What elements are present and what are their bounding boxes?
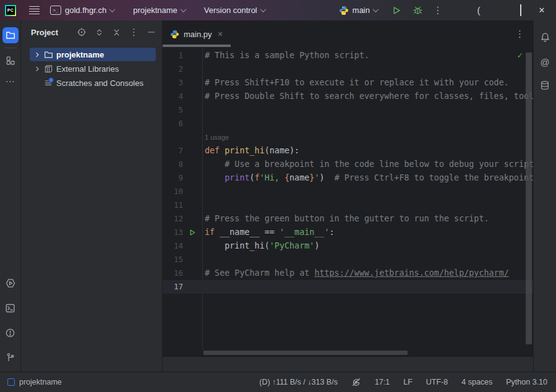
code-line[interactable]: 17 [163, 280, 533, 294]
pycharm-logo-icon: PC [5, 5, 16, 16]
window-shade-button[interactable]: ( [468, 5, 489, 15]
code-line[interactable]: 11 [163, 198, 533, 212]
code-text: if __name__ == '__main__': [202, 226, 335, 239]
right-tool-stripe: @ [533, 20, 556, 372]
chevron-down-icon [109, 6, 116, 12]
gutter [183, 130, 202, 144]
branch-name: main [353, 6, 370, 15]
project-selector[interactable]: projektname [133, 6, 186, 15]
problems-tool-icon[interactable] [2, 325, 19, 341]
remote-host-icon: >_ [50, 6, 61, 15]
run-config-selector[interactable]: main [339, 6, 378, 15]
gutter [183, 280, 202, 294]
highlighting-level-icon[interactable] [351, 377, 361, 387]
version-control-tool-icon[interactable] [2, 349, 19, 365]
panel-options-icon[interactable]: ⋮ [129, 27, 139, 38]
structure-tool-icon[interactable] [2, 53, 19, 69]
code-line[interactable]: 3# Press Shift+F10 to execute it or repl… [163, 76, 533, 90]
vertical-scrollbar[interactable] [526, 53, 532, 344]
code-editor[interactable]: 1# This is a sample Python script.23# Pr… [163, 48, 533, 356]
code-text: # Press Shift+F10 to execute it or repla… [202, 76, 509, 90]
code-line[interactable]: 14 print_hi('PyCharm') [163, 239, 533, 253]
code-line[interactable]: 2 [163, 62, 533, 76]
locate-file-icon[interactable] [77, 27, 87, 37]
code-line[interactable]: 4# Press Double Shift to search everywhe… [163, 90, 533, 103]
line-number: 10 [163, 185, 183, 198]
terminal-tool-icon[interactable] [2, 300, 19, 316]
main-menu-icon[interactable] [29, 6, 40, 15]
editor-options-icon[interactable]: ⋮ [515, 28, 524, 40]
tree-item-projektname[interactable]: projektname [30, 48, 156, 61]
chevron-down-icon [373, 6, 379, 12]
code-line[interactable]: 13if __name__ == '__main__': [163, 226, 533, 239]
line-separator[interactable]: LF [403, 378, 413, 386]
debug-button[interactable] [413, 5, 423, 15]
line-number: 11 [163, 198, 183, 212]
code-line[interactable]: 16# See PyCharm help at https://www.jetb… [163, 266, 533, 280]
gutter [183, 76, 202, 90]
hide-panel-icon[interactable] [147, 28, 156, 36]
code-text: def print_hi(name): [202, 144, 299, 158]
status-project-widget[interactable]: projektname [7, 378, 62, 386]
code-line[interactable]: 7def print_hi(name): [163, 144, 533, 158]
title-bar: PC >_ gold.fhgr.ch projektname Version c… [0, 0, 556, 20]
window-maximize-button[interactable] [510, 5, 531, 15]
more-actions-icon[interactable]: ⋮ [433, 4, 443, 16]
vcs-widget[interactable]: Version control [204, 6, 265, 15]
line-number: 3 [163, 76, 183, 90]
code-line[interactable]: 8 # Use a breakpoint in the code line be… [163, 158, 533, 171]
chevron-right-icon[interactable] [32, 66, 42, 72]
inspection-ok-icon[interactable]: ✓ [518, 50, 523, 60]
project-tool-icon[interactable] [2, 27, 19, 43]
database-icon[interactable] [537, 77, 553, 93]
services-tool-icon[interactable] [2, 275, 19, 291]
code-text [202, 62, 205, 76]
run-gutter-icon[interactable] [183, 226, 202, 239]
code-text [202, 253, 205, 266]
expand-all-icon[interactable] [95, 28, 104, 37]
line-number: 7 [163, 144, 183, 158]
gutter [183, 103, 202, 117]
code-text [202, 103, 205, 117]
line-number: 17 [163, 280, 183, 294]
usage-inlay-hint[interactable]: 1 usage [205, 134, 229, 141]
gutter [183, 62, 202, 76]
notifications-icon[interactable] [537, 29, 553, 45]
more-tool-windows-icon[interactable]: ⋯ [2, 74, 19, 90]
library-icon [42, 64, 54, 74]
gutter [183, 117, 202, 130]
network-stats[interactable]: (D) ↑111 B/s / ↓313 B/s [259, 378, 338, 386]
host-selector[interactable]: >_ gold.fhgr.ch [50, 6, 114, 15]
ai-assistant-icon[interactable]: @ [537, 54, 553, 70]
code-line[interactable]: 9 print(f'Hi, {name}') # Press Ctrl+F8 t… [163, 171, 533, 185]
status-project-name: projektname [19, 378, 62, 386]
code-line[interactable]: 1# This is a sample Python script. [163, 49, 533, 62]
tab-close-icon[interactable]: ✕ [218, 30, 223, 38]
chevron-down-icon [260, 6, 266, 12]
tree-item-external-libraries[interactable]: External Libraries [30, 62, 156, 75]
collapse-all-icon[interactable] [112, 28, 121, 37]
tab-main-py[interactable]: main.py ✕ [163, 20, 231, 48]
indent-style[interactable]: 4 spaces [461, 378, 492, 386]
code-line[interactable]: 15 [163, 253, 533, 266]
file-encoding[interactable]: UTF-8 [426, 378, 448, 386]
code-line[interactable]: 10 [163, 185, 533, 198]
horizontal-scrollbar[interactable] [203, 351, 408, 355]
project-tree: projektname External Libraries [21, 44, 162, 90]
code-line[interactable]: 6 [163, 117, 533, 130]
line-number: 8 [163, 158, 183, 171]
code-text: # Press the green button in the gutter t… [202, 212, 489, 226]
code-line[interactable]: 5 [163, 103, 533, 117]
window-close-button[interactable]: ✕ [531, 6, 552, 15]
line-number: 9 [163, 171, 183, 185]
run-button[interactable] [391, 6, 401, 15]
python-logo-icon [339, 6, 349, 15]
chevron-right-icon[interactable] [32, 51, 42, 58]
python-interpreter[interactable]: Python 3.10 [506, 378, 547, 386]
code-text: 1 usage [202, 130, 229, 144]
tree-item-scratches[interactable]: Scratches and Consoles [30, 76, 156, 90]
tree-item-label: projektname [56, 50, 104, 59]
code-line[interactable]: 1 usage [163, 130, 533, 144]
code-line[interactable]: 12# Press the green button in the gutter… [163, 212, 533, 226]
caret-position[interactable]: 17:1 [375, 378, 390, 386]
